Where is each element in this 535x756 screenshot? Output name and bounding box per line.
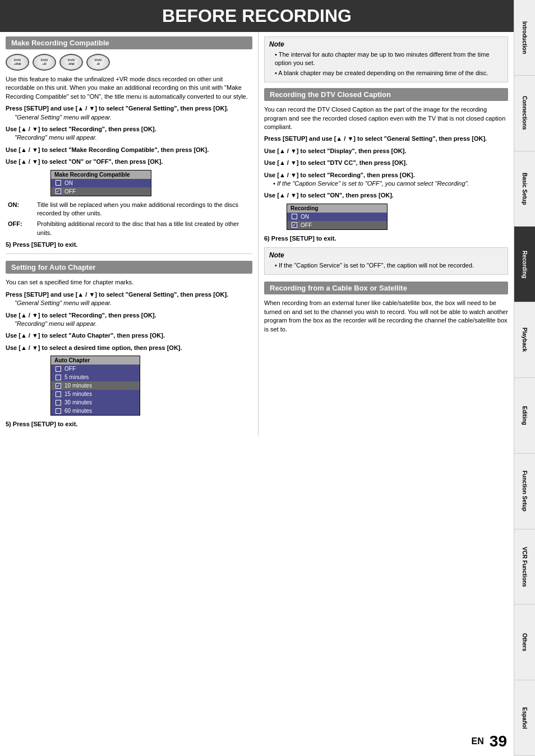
- sidebar-item-connections[interactable]: Connections: [514, 76, 535, 151]
- recording-menu-title: Recording: [287, 204, 387, 213]
- ac-checkbox-15min: [56, 391, 61, 397]
- auto-chapter-step4: Use [▲ / ▼] to select a desired time opt…: [6, 344, 252, 352]
- auto-chapter-step3: Use [▲ / ▼] to select "Auto Chapter", th…: [6, 331, 252, 340]
- dtv-step4-sub: • If the "Caption Service" is set to "OF…: [273, 180, 469, 187]
- on-desc-text: Title list will be replaced when you mak…: [37, 201, 252, 218]
- sidebar-item-vcr-functions[interactable]: VCR Functions: [514, 529, 535, 605]
- ac-step1-sub: "General Setting" menu will appear.: [15, 299, 112, 306]
- on-off-descriptions: ON: Title list will be replaced when you…: [8, 201, 252, 238]
- step3-text: Use [▲ / ▼] to select "Make Recording Co…: [6, 146, 209, 153]
- make-recording-step1: Press [SETUP] and use [▲ / ▼] to select …: [6, 104, 252, 122]
- disc-dvd-rw: DVD+RW: [6, 54, 29, 71]
- dtv-step4-text: Use [▲ / ▼] to select "Recording", then …: [264, 172, 415, 178]
- rec-off-label: OFF: [301, 222, 312, 228]
- ac-checkbox-10min: ✓: [56, 383, 61, 389]
- page-title: BEFORE RECORDING: [0, 0, 514, 32]
- ac-menu-off: OFF: [51, 365, 140, 373]
- ac-step5-text: 5) Press [SETUP] to exit.: [6, 421, 77, 427]
- make-recording-step4: Use [▲ / ▼] to select "ON" or "OFF", the…: [6, 158, 252, 166]
- ac-checkbox-30min: [56, 400, 61, 405]
- auto-chapter-step5: 5) Press [SETUP] to exit.: [6, 420, 252, 428]
- ac-off-label: OFF: [64, 366, 76, 372]
- make-recording-step5: 5) Press [SETUP] to exit.: [6, 241, 252, 249]
- ac-menu-60min: 60 minutes: [51, 407, 140, 415]
- ac-checkbox-60min: [56, 408, 61, 414]
- left-column: Make Recording Compatible DVD+RW DVD+R D…: [0, 32, 258, 437]
- make-recording-header: Make Recording Compatible: [6, 36, 252, 49]
- off-desc-text: Prohibiting additional record to the dis…: [37, 220, 252, 237]
- ac-60min-label: 60 minutes: [64, 408, 92, 414]
- off-key: OFF:: [8, 220, 36, 237]
- dtv-step5: Use [▲ / ▼] to select "ON", then press […: [264, 191, 508, 200]
- rec-checkbox-off: ✓: [292, 222, 297, 228]
- note-title-1: Note: [269, 40, 503, 48]
- disc-icons: DVD+RW DVD+R DVD-RW DVD-R: [6, 54, 252, 71]
- note-dtv-item: If the "Caption Service" is set to "OFF"…: [275, 261, 503, 270]
- dtv-caption-intro: You can record the DTV Closed Caption as…: [264, 105, 508, 131]
- ac-menu-15min: 15 minutes: [51, 390, 140, 398]
- make-recording-menu: Make Recording Compatible ON ✓ OFF: [50, 170, 151, 196]
- sidebar-item-editing[interactable]: Editing: [514, 378, 535, 454]
- ac-5min-label: 5 minutes: [64, 374, 89, 380]
- recording-menu: Recording ON ✓ OFF: [287, 204, 388, 230]
- on-description: ON: Title list will be replaced when you…: [8, 201, 252, 218]
- dtv-step6: 6) Press [SETUP] to exit.: [264, 234, 508, 243]
- dtv-step3-text: Use [▲ / ▼] to select "DTV CC", then pre…: [264, 159, 407, 166]
- ac-step3-text: Use [▲ / ▼] to select "Auto Chapter", th…: [6, 332, 165, 339]
- note-dtv: Note If the "Caption Service" is set to …: [264, 247, 508, 275]
- ac-30min-label: 30 minutes: [64, 399, 92, 405]
- dtv-step2: Use [▲ / ▼] to select "Display", then pr…: [264, 147, 508, 155]
- disc-dvd-r-plus: DVD+R: [33, 54, 56, 71]
- dtv-step1: Press [SETUP] and use [▲ / ▼] to select …: [264, 135, 508, 143]
- en-label: EN: [472, 736, 484, 746]
- rec-on-label: ON: [301, 214, 309, 220]
- dtv-step5-text: Use [▲ / ▼] to select "ON", then press […: [264, 192, 394, 199]
- note-item-2: A blank chapter may be created depending…: [275, 69, 503, 77]
- step1-sub: "General Setting" menu will appear.: [15, 114, 112, 121]
- dtv-step3: Use [▲ / ▼] to select "DTV CC", then pre…: [264, 159, 508, 167]
- ac-15min-label: 15 minutes: [64, 391, 92, 397]
- menu-item-off: ✓ OFF: [51, 187, 151, 196]
- step1-text: Press [SETUP] and use [▲ / ▼] to select …: [6, 105, 228, 112]
- ac-10min-label: 10 minutes: [64, 382, 92, 389]
- checkbox-off: ✓: [56, 188, 61, 194]
- auto-chapter-menu-title: Auto Chapter: [51, 356, 140, 365]
- auto-chapter-header: Setting for Auto Chapter: [6, 261, 252, 274]
- sidebar: Introduction Connections Basic Setup Rec…: [514, 0, 535, 756]
- on-key: ON:: [8, 201, 36, 218]
- auto-chapter-intro: You can set a specified time for chapter…: [6, 278, 252, 287]
- sidebar-item-function-setup[interactable]: Function Setup: [514, 454, 535, 529]
- step5-text: 5) Press [SETUP] to exit.: [6, 241, 77, 248]
- sidebar-item-espanol[interactable]: Español: [514, 680, 535, 756]
- dtv-step1-text: Press [SETUP] and use [▲ / ▼] to select …: [264, 135, 487, 142]
- ac-step2-sub: "Recording" menu will appear.: [15, 320, 97, 327]
- cable-satellite-intro: When recording from an external tuner li…: [264, 299, 508, 334]
- recording-menu-on: ON: [287, 213, 387, 221]
- ac-checkbox-off: [56, 366, 61, 372]
- ac-step1-text: Press [SETUP] and use [▲ / ▼] to select …: [6, 291, 228, 298]
- sidebar-item-introduction[interactable]: Introduction: [514, 0, 535, 76]
- ac-menu-5min: 5 minutes: [51, 373, 140, 381]
- sidebar-item-recording[interactable]: Recording: [514, 227, 535, 302]
- disc-dvd-rw2: DVD-RW: [59, 54, 83, 71]
- dtv-step6-text: 6) Press [SETUP] to exit.: [264, 235, 336, 242]
- make-recording-menu-title: Make Recording Compatible: [51, 170, 151, 179]
- off-description: OFF: Prohibiting additional record to th…: [8, 220, 252, 237]
- note-item-1: The interval for auto chapter may be up …: [275, 50, 503, 68]
- sidebar-item-others[interactable]: Others: [514, 605, 535, 680]
- make-recording-step3: Use [▲ / ▼] to select "Make Recording Co…: [6, 146, 252, 154]
- auto-chapter-step1: Press [SETUP] and use [▲ / ▼] to select …: [6, 291, 252, 308]
- sidebar-item-basic-setup[interactable]: Basic Setup: [514, 151, 535, 227]
- recording-menu-off: ✓ OFF: [287, 221, 387, 229]
- ac-checkbox-5min: [56, 375, 61, 380]
- page-number: 39: [490, 732, 507, 750]
- step2-sub: "Recording" menu will appear.: [15, 134, 97, 141]
- right-column: Note The interval for auto chapter may b…: [258, 32, 514, 437]
- dtv-step4: Use [▲ / ▼] to select "Recording", then …: [264, 171, 508, 188]
- sidebar-item-playback[interactable]: Playback: [514, 302, 535, 378]
- rec-checkbox-on: [292, 214, 297, 219]
- cable-satellite-header: Recording from a Cable Box or Satellite: [264, 282, 508, 294]
- menu-off-label: OFF: [64, 188, 76, 195]
- auto-chapter-step2: Use [▲ / ▼] to select "Recording", then …: [6, 311, 252, 329]
- make-recording-step2: Use [▲ / ▼] to select "Recording", then …: [6, 125, 252, 142]
